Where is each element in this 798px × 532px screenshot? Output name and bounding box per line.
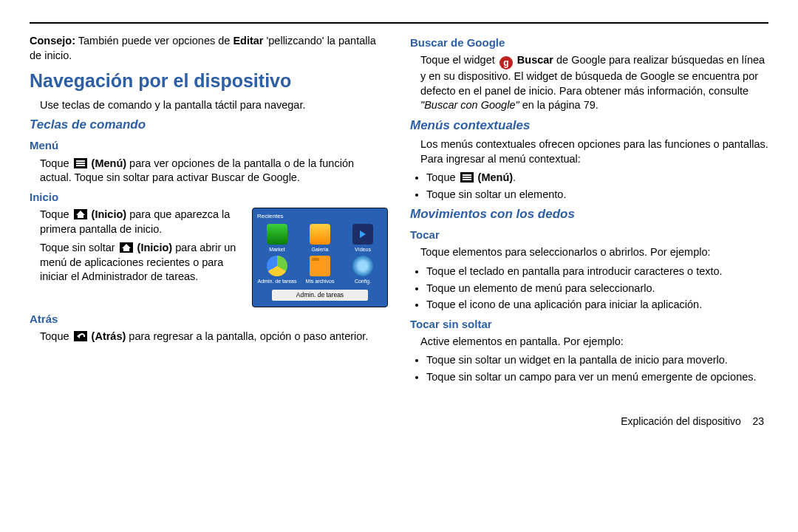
list-item: Toque sin soltar un elemento.: [426, 188, 768, 202]
app-item: Mis archivos: [300, 256, 340, 284]
app-item: Vídeos: [343, 224, 383, 253]
task-manager-button[interactable]: Admin. de tareas: [272, 290, 368, 301]
home-icon: [120, 242, 133, 253]
heading-navigation: Navegación por el dispositivo: [30, 69, 388, 94]
heading-buscar: Buscar de Google: [410, 35, 768, 50]
list-item: Toque sin soltar un widget en la pantall…: [426, 353, 768, 368]
menu-paragraph: Toque (Menú) para ver opciones de la pan…: [40, 157, 388, 185]
ctx-paragraph: Los menús contextuales ofrecen opciones …: [420, 137, 768, 166]
page-footer: Explicación del dispositivo 23: [30, 415, 768, 429]
heading-inicio: Inicio: [30, 190, 388, 205]
menu-icon: [460, 172, 474, 183]
list-item: Toque el icono de una aplicación para in…: [426, 298, 768, 313]
tocarss-list: Toque sin soltar un widget en la pantall…: [417, 353, 768, 384]
google-g-icon: g: [499, 56, 513, 69]
svg-rect-11: [463, 174, 471, 176]
svg-rect-2: [76, 163, 85, 164]
svg-rect-3: [76, 165, 85, 166]
buscar-paragraph: Toque el widget g Buscar de Google para …: [420, 53, 768, 113]
heading-contextual: Menús contextuales: [410, 117, 768, 134]
menu-icon: [74, 158, 87, 168]
list-item: Toque (Menú).: [426, 171, 768, 185]
heading-teclas: Teclas de comando: [30, 117, 388, 134]
list-item: Toque un elemento de menú para seleccion…: [426, 282, 768, 296]
app-item: Admin. de tareas: [257, 256, 297, 284]
app-item: Galería: [300, 224, 340, 253]
nav-intro: Use teclas de comando y la pantalla táct…: [40, 98, 388, 113]
atras-paragraph: Toque (Atrás) para regresar a la pantall…: [40, 330, 388, 344]
list-item: Toque el teclado en pantalla para introd…: [426, 265, 768, 279]
recent-apps-panel: Recientes Market Galería Vídeos Admin. d…: [252, 208, 388, 307]
svg-rect-8: [74, 331, 87, 341]
app-item: Market: [257, 224, 297, 253]
heading-tocar-sin-soltar: Tocar sin soltar: [410, 317, 768, 332]
tocarss-paragraph: Active elementos en pantalla. Por ejempl…: [420, 335, 768, 349]
svg-rect-13: [463, 179, 471, 180]
tocar-list: Toque el teclado en pantalla para introd…: [417, 265, 768, 313]
list-item: Toque sin soltar un campo para ver un me…: [426, 370, 768, 385]
recent-title: Recientes: [257, 213, 383, 221]
app-item: Config.: [343, 256, 383, 284]
heading-tocar: Tocar: [410, 228, 768, 242]
ctx-list: Toque (Menú). Toque sin soltar un elemen…: [417, 171, 768, 202]
tocar-paragraph: Toque elementos para seleccionarlos o ab…: [420, 245, 768, 260]
heading-atras: Atrás: [30, 312, 388, 327]
svg-rect-1: [76, 160, 85, 162]
heading-menu: Menú: [30, 138, 388, 153]
tip-label: Consejo:: [30, 35, 75, 47]
home-icon: [74, 209, 87, 219]
tip-paragraph: Consejo: También puede ver opciones de E…: [30, 34, 388, 63]
svg-rect-12: [463, 177, 471, 178]
heading-movimientos: Movimientos con los dedos: [410, 206, 768, 223]
back-icon: [74, 331, 87, 341]
